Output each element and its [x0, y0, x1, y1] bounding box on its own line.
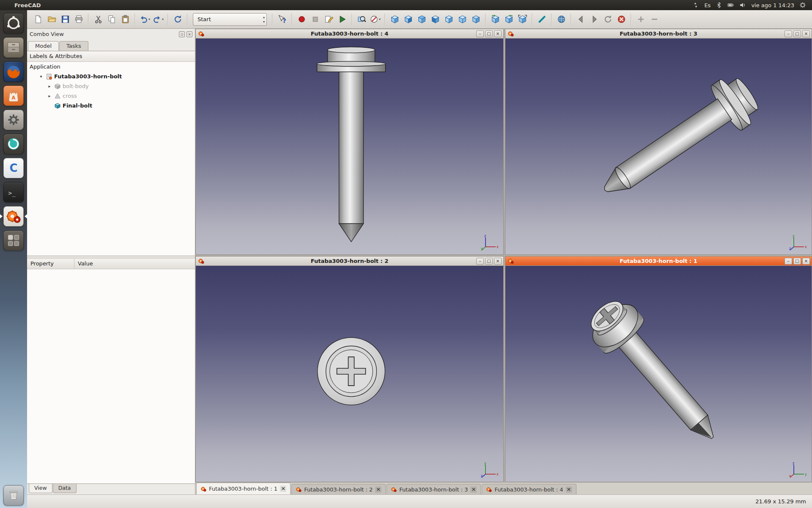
- save-button[interactable]: [58, 13, 72, 26]
- session-gear-icon[interactable]: [799, 2, 806, 8]
- tab-close-icon[interactable]: ×: [280, 486, 286, 492]
- window-maximize-button[interactable]: □: [793, 258, 801, 265]
- window-titlebar[interactable]: Futaba3003-horn-bolt : 1 – □ ×: [505, 257, 812, 266]
- keyboard-layout-indicator[interactable]: Es: [704, 2, 710, 8]
- launcher-terminal[interactable]: >_: [0, 182, 27, 202]
- copy-button[interactable]: [105, 13, 118, 26]
- zoom-in-button[interactable]: [634, 13, 647, 26]
- window-titlebar[interactable]: Futaba3003-horn-bolt : 2 – □ ×: [196, 257, 503, 266]
- mdi-tab-4[interactable]: Futaba3003-horn-bolt : 4×: [482, 484, 576, 494]
- open-file-button[interactable]: [45, 13, 58, 26]
- tree-item-cross[interactable]: ▸cross: [27, 91, 195, 101]
- mdi-tab-3[interactable]: Futaba3003-horn-bolt : 3×: [387, 484, 481, 494]
- launcher-freecad[interactable]: [0, 206, 27, 226]
- view-right-button[interactable]: [428, 13, 442, 26]
- clock[interactable]: vie ago 1 14:23: [751, 2, 794, 8]
- paste-button[interactable]: [118, 13, 132, 26]
- view-fullscreen-button[interactable]: [516, 13, 529, 26]
- value-column-header[interactable]: Value: [74, 259, 195, 269]
- undo-dropdown-icon[interactable]: ▾: [148, 17, 150, 21]
- window-titlebar[interactable]: Futaba3003-horn-bolt : 3 – □ ×: [505, 29, 812, 39]
- new-file-button[interactable]: [31, 13, 45, 26]
- workbench-selector[interactable]: Start▴▾: [193, 13, 267, 26]
- tree-expand-arrow-icon[interactable]: ▸: [47, 94, 52, 98]
- launcher-dash-home[interactable]: [0, 13, 27, 33]
- macro-stop-button[interactable]: [308, 13, 322, 26]
- 3d-viewport-top[interactable]: x y z: [196, 266, 503, 482]
- network-arrows-icon[interactable]: [692, 2, 699, 8]
- tree-expand-arrow-icon[interactable]: ▸: [47, 84, 52, 88]
- launcher-firefox[interactable]: [0, 61, 27, 82]
- tree-item-application[interactable]: Application: [27, 62, 195, 72]
- launcher-trash[interactable]: [0, 485, 27, 505]
- property-column-header[interactable]: Property: [27, 259, 74, 269]
- 3d-viewport-angled[interactable]: x y z: [505, 39, 812, 254]
- workbench-spinner-icon[interactable]: ▴▾: [263, 15, 265, 24]
- launcher-ubuntu-one[interactable]: [0, 134, 27, 154]
- tab-data[interactable]: Data: [53, 484, 77, 493]
- view-rotate-right-button[interactable]: [502, 13, 516, 26]
- window-close-button[interactable]: ×: [802, 258, 810, 265]
- launcher-browser-c[interactable]: C: [0, 158, 27, 178]
- view-rotate-left-button[interactable]: [488, 13, 502, 26]
- volume-icon[interactable]: [739, 2, 746, 8]
- window-minimize-button[interactable]: –: [476, 30, 484, 37]
- launcher-files[interactable]: [0, 37, 27, 58]
- window-close-button[interactable]: ×: [494, 258, 502, 265]
- window-close-button[interactable]: ×: [494, 30, 502, 37]
- web-browser-button[interactable]: [554, 13, 568, 26]
- print-button[interactable]: [72, 13, 85, 26]
- window-maximize-button[interactable]: □: [485, 30, 493, 37]
- launcher-system-settings[interactable]: [0, 110, 27, 130]
- dock-float-button[interactable]: ▫: [179, 31, 185, 37]
- nav-stop-button[interactable]: [614, 13, 628, 26]
- window-maximize-button[interactable]: □: [793, 30, 801, 37]
- redo-button[interactable]: ▾: [151, 13, 165, 26]
- tab-view[interactable]: View: [29, 484, 52, 493]
- mdi-tab-2[interactable]: Futaba3003-horn-bolt : 2×: [291, 484, 386, 494]
- window-minimize-button[interactable]: –: [785, 30, 792, 37]
- tab-model[interactable]: Model: [28, 41, 59, 51]
- refresh-button[interactable]: [171, 13, 184, 26]
- nav-refresh-button[interactable]: [601, 13, 614, 26]
- view-top-button[interactable]: [415, 13, 428, 26]
- tab-tasks[interactable]: Tasks: [59, 41, 88, 51]
- launcher-software-center[interactable]: A: [0, 86, 27, 106]
- cut-button[interactable]: [91, 13, 105, 26]
- draw-style-button[interactable]: ▾: [368, 13, 382, 26]
- macro-record-button[interactable]: [295, 13, 308, 26]
- tree-collapse-arrow-icon[interactable]: ▾: [38, 74, 44, 79]
- undo-button[interactable]: ▾: [138, 13, 151, 26]
- battery-icon[interactable]: [727, 2, 734, 8]
- redo-dropdown-icon[interactable]: ▾: [162, 17, 164, 21]
- tab-close-icon[interactable]: ×: [375, 486, 381, 493]
- whats-this-button[interactable]: ?: [275, 13, 289, 26]
- panel-splitter[interactable]: [27, 256, 195, 259]
- 3d-viewport-isometric[interactable]: y z x: [505, 266, 812, 482]
- window-close-button[interactable]: ×: [802, 30, 810, 37]
- tree-item-final-bolt[interactable]: Final-bolt: [27, 101, 195, 110]
- zoom-out-button[interactable]: [647, 13, 661, 26]
- view-left-button[interactable]: [469, 13, 483, 26]
- dock-close-button[interactable]: ×: [187, 31, 192, 37]
- tab-close-icon[interactable]: ×: [566, 486, 572, 493]
- tree-item-futaba3003-horn-bolt[interactable]: ▾Futaba3003-horn-bolt: [27, 72, 195, 81]
- window-minimize-button[interactable]: –: [785, 258, 792, 265]
- mdi-tab-1[interactable]: Futaba3003-horn-bolt : 1×: [196, 483, 291, 494]
- nav-forward-button[interactable]: [587, 13, 601, 26]
- tab-close-icon[interactable]: ×: [470, 486, 477, 493]
- fit-all-button[interactable]: [355, 13, 368, 26]
- bluetooth-icon[interactable]: [716, 2, 722, 8]
- view-axonometric-button[interactable]: [388, 13, 401, 26]
- view-front-button[interactable]: [401, 13, 415, 26]
- window-titlebar[interactable]: Futaba3003-horn-bolt : 4 – □ ×: [196, 29, 503, 39]
- view-bottom-button[interactable]: [455, 13, 469, 26]
- window-minimize-button[interactable]: –: [476, 258, 484, 265]
- macro-edit-button[interactable]: [322, 13, 335, 26]
- 3d-viewport-front[interactable]: x z y: [196, 39, 503, 254]
- tree-item-bolt-body[interactable]: ▸bolt-body: [27, 81, 195, 91]
- view-rear-button[interactable]: [442, 13, 455, 26]
- draw-style-dropdown-icon[interactable]: ▾: [379, 17, 381, 21]
- launcher-workspace-switcher[interactable]: [0, 230, 27, 251]
- measure-distance-button[interactable]: [535, 13, 549, 26]
